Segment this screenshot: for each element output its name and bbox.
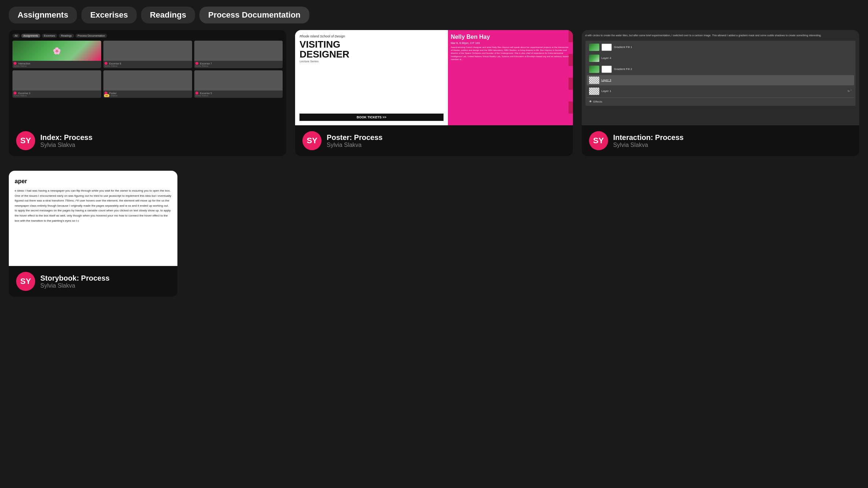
interaction-top-text: d with circles to create the water lilie… bbox=[585, 34, 856, 38]
poster-left: Rhode Island School of Design VISITING D… bbox=[295, 30, 448, 125]
layer-3[interactable]: Layer 3 bbox=[587, 75, 854, 85]
storybook-preview: aper e ideas I had was having a newspape… bbox=[9, 171, 177, 266]
layer-name-5: Layer 1 bbox=[602, 89, 846, 93]
storybook-card-footer: SY Storybook: Process Sylvia Slakva bbox=[9, 266, 177, 297]
index-card: All Assignments Excerises Readings Proce… bbox=[9, 30, 286, 156]
tab-readings[interactable]: Readings bbox=[141, 7, 195, 23]
thumb-icon-1 bbox=[14, 62, 16, 65]
poster-card: Rhode Island School of Design VISITING D… bbox=[295, 30, 573, 156]
index-card-title: Index: Process bbox=[40, 133, 92, 142]
layer-name-4: Layer 4 bbox=[602, 56, 852, 60]
poster-card-title: Poster: Process bbox=[327, 133, 382, 142]
layer-thumb-white-2 bbox=[602, 66, 612, 73]
nav-tabs: Assignments Excerises Readings Process D… bbox=[0, 0, 868, 30]
layer-1[interactable]: Layer 1 fx ˄ bbox=[587, 86, 854, 96]
poster-avatar: SY bbox=[302, 131, 321, 150]
interaction-card-title: Interaction: Process bbox=[613, 133, 684, 142]
poster-speaker-name: Nelly Ben Hay bbox=[451, 34, 570, 40]
poster-right: Nelly Ben Hay Mar 8, 6:30pm, CIT 103 Awa… bbox=[448, 30, 573, 125]
interaction-preview: d with circles to create the water lilie… bbox=[582, 30, 859, 125]
layer-thumb-green-2 bbox=[589, 55, 599, 62]
thumb-excerise8[interactable]: Excerise 8 Sylvia Slakva bbox=[103, 41, 192, 68]
book-tickets-button[interactable]: BOOK TICKETS >> bbox=[299, 114, 444, 121]
index-grid: Interaction Sylvia Slakva Excerise 8 Syl… bbox=[12, 41, 283, 98]
thumb-icon-2 bbox=[104, 62, 107, 65]
storybook-card-info: Storybook: Process Sylvia Slakva bbox=[40, 274, 110, 289]
poster-description: Award-winning French designer and artist… bbox=[451, 46, 570, 61]
poster-stripes bbox=[569, 30, 573, 125]
poster-lecture: Lecture Series bbox=[299, 60, 444, 63]
layer-gradient-fill-2[interactable]: Gradient Fill 2 bbox=[587, 64, 854, 74]
interaction-card-info: Interaction: Process Sylvia Slakva bbox=[613, 133, 684, 148]
index-preview: All Assignments Excerises Readings Proce… bbox=[9, 30, 286, 125]
interaction-avatar: SY bbox=[589, 131, 608, 150]
layer-thumb-checker-1 bbox=[589, 77, 599, 84]
thumb-interaction[interactable]: Interaction Sylvia Slakva bbox=[12, 41, 101, 68]
yellow-badge: ••• bbox=[104, 94, 109, 97]
main-grid: All Assignments Excerises Readings Proce… bbox=[0, 30, 868, 171]
storybook-card-title: Storybook: Process bbox=[40, 274, 110, 282]
layer-divider bbox=[587, 97, 854, 98]
poster-school: Rhode Island School of Design bbox=[299, 34, 444, 38]
layers-panel: Gradient Fill 1 Layer 4 Gradient Fill 2 … bbox=[585, 41, 856, 106]
layer-name-1: Gradient Fill 1 bbox=[614, 45, 852, 49]
index-card-info: Index: Process Sylvia Slakva bbox=[40, 133, 92, 148]
storybook-card: aper e ideas I had was having a newspape… bbox=[9, 171, 177, 297]
bottom-row: aper e ideas I had was having a newspape… bbox=[0, 171, 868, 311]
storybook-card-author: Sylvia Slakva bbox=[40, 282, 110, 289]
thumb-excerise3[interactable]: Excerise 3 Sylvia Slakva bbox=[12, 70, 101, 98]
poster-preview: Rhode Island School of Design VISITING D… bbox=[295, 30, 573, 125]
poster-date: Mar 8, 6:30pm, CIT 103 bbox=[451, 41, 570, 45]
index-avatar: SY bbox=[16, 131, 35, 150]
tab-excerises[interactable]: Excerises bbox=[81, 7, 137, 23]
tab-assignments[interactable]: Assignments bbox=[9, 7, 77, 23]
poster-card-author: Sylvia Slakva bbox=[327, 142, 382, 148]
interaction-card-footer: SY Interaction: Process Sylvia Slakva bbox=[582, 125, 859, 156]
storybook-preview-body: e ideas I had was having a newspaper you… bbox=[15, 188, 172, 223]
layer-thumb-checker-2 bbox=[589, 88, 599, 95]
mini-nav-all[interactable]: All bbox=[12, 34, 20, 38]
tab-process-documentation[interactable]: Process Documentation bbox=[199, 7, 309, 23]
mini-nav-process[interactable]: Process Documentation bbox=[76, 34, 107, 38]
storybook-avatar: SY bbox=[16, 272, 35, 291]
mini-nav: All Assignments Excerises Readings Proce… bbox=[12, 34, 283, 38]
poster-card-footer: SY Poster: Process Sylvia Slakva bbox=[295, 125, 573, 156]
thumb-icon-4 bbox=[14, 92, 16, 95]
thumb-excerise5[interactable]: Excerise 5 Sylvia Slakva bbox=[194, 70, 283, 98]
mini-nav-excerises[interactable]: Excerises bbox=[42, 34, 57, 38]
layer-name-2: Gradient Fill 2 bbox=[614, 67, 852, 71]
index-card-footer: SY Index: Process Sylvia Slakva bbox=[9, 125, 286, 156]
interaction-card-author: Sylvia Slakva bbox=[613, 142, 684, 148]
storybook-preview-title: aper bbox=[15, 178, 172, 185]
index-card-author: Sylvia Slakva bbox=[40, 142, 92, 148]
poster-card-info: Poster: Process Sylvia Slakva bbox=[327, 133, 382, 148]
layer-gradient-fill-1[interactable]: Gradient Fill 1 bbox=[587, 42, 854, 52]
interaction-card: d with circles to create the water lilie… bbox=[582, 30, 859, 156]
mini-nav-assignments[interactable]: Assignments bbox=[21, 34, 40, 38]
layer-thumb-green-3 bbox=[589, 66, 599, 73]
effects-row: 👁 Effects bbox=[587, 99, 854, 104]
layer-fx-badge: fx ˄ bbox=[848, 90, 852, 93]
layer-4[interactable]: Layer 4 bbox=[587, 53, 854, 63]
effects-label: Effects bbox=[593, 100, 602, 103]
thumb-excerise7[interactable]: Excerise 7 Sylvia Slakva bbox=[194, 41, 283, 68]
effects-icon: 👁 bbox=[589, 100, 592, 103]
layer-thumb-green-1 bbox=[589, 44, 599, 51]
mini-nav-readings[interactable]: Readings bbox=[59, 34, 74, 38]
layer-thumb-white-1 bbox=[602, 44, 612, 51]
layer-name-3: Layer 3 bbox=[602, 78, 852, 82]
thumb-icon-3 bbox=[195, 62, 198, 65]
thumb-poster[interactable]: Poster Sylvia Slakva ••• bbox=[103, 70, 192, 98]
poster-heading: VISITING DESIGNER bbox=[299, 40, 444, 60]
thumb-icon-6 bbox=[195, 92, 198, 95]
